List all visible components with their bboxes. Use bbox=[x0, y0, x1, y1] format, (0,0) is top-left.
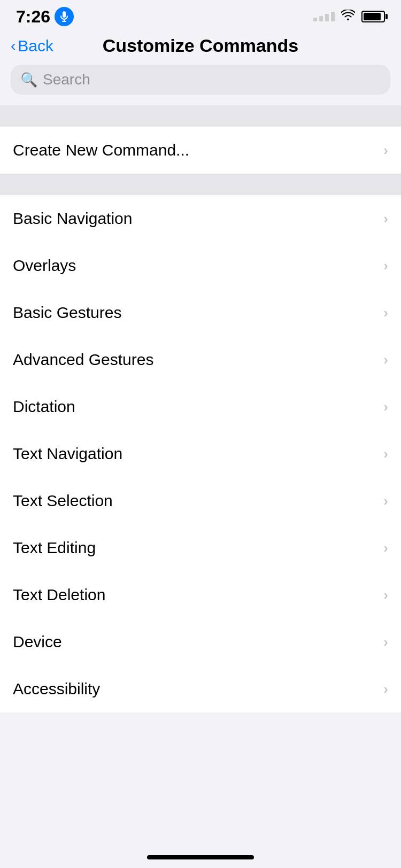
status-time: 7:26 bbox=[16, 7, 50, 27]
chevron-right-icon-basic-gestures: › bbox=[383, 305, 388, 321]
chevron-right-icon-text-deletion: › bbox=[383, 587, 388, 603]
menu-item-label-overlays: Overlays bbox=[13, 257, 76, 275]
chevron-right-icon-overlays: › bbox=[383, 258, 388, 274]
create-command-group: Create New Command... › bbox=[0, 127, 401, 174]
menu-item-label-text-deletion: Text Deletion bbox=[13, 586, 105, 604]
menu-item-dictation[interactable]: Dictation › bbox=[0, 383, 401, 430]
create-new-command-label: Create New Command... bbox=[13, 141, 189, 159]
menu-item-label-text-editing: Text Editing bbox=[13, 539, 96, 557]
signal-icon bbox=[313, 12, 335, 21]
menu-item-basic-navigation[interactable]: Basic Navigation › bbox=[0, 195, 401, 242]
menu-list: Basic Navigation › Overlays › Basic Gest… bbox=[0, 195, 401, 712]
menu-item-advanced-gestures[interactable]: Advanced Gestures › bbox=[0, 336, 401, 383]
search-container: 🔍 Search bbox=[0, 65, 401, 105]
status-bar: 7:26 bbox=[0, 0, 401, 30]
search-placeholder: Search bbox=[43, 71, 90, 88]
menu-item-label-text-selection: Text Selection bbox=[13, 492, 113, 510]
chevron-right-icon-text-editing: › bbox=[383, 540, 388, 556]
create-new-command-item[interactable]: Create New Command... › bbox=[0, 127, 401, 174]
back-button[interactable]: ‹ Back bbox=[11, 37, 53, 55]
home-indicator bbox=[147, 855, 254, 859]
nav-bar: ‹ Back Customize Commands bbox=[0, 30, 401, 65]
menu-item-text-navigation[interactable]: Text Navigation › bbox=[0, 430, 401, 477]
bottom-spacer bbox=[0, 712, 401, 761]
chevron-right-icon-advanced-gestures: › bbox=[383, 352, 388, 368]
back-chevron-icon: ‹ bbox=[11, 38, 16, 53]
page-title: Customize Commands bbox=[103, 35, 299, 56]
menu-item-accessibility[interactable]: Accessibility › bbox=[0, 665, 401, 712]
chevron-right-icon-accessibility: › bbox=[383, 681, 388, 698]
mic-icon bbox=[55, 7, 74, 26]
menu-item-label-basic-navigation: Basic Navigation bbox=[13, 210, 132, 228]
status-right bbox=[313, 10, 385, 24]
chevron-right-icon-device: › bbox=[383, 634, 388, 650]
chevron-right-icon-basic-navigation: › bbox=[383, 211, 388, 227]
svg-rect-0 bbox=[63, 11, 66, 18]
menu-item-label-device: Device bbox=[13, 633, 62, 651]
menu-item-label-accessibility: Accessibility bbox=[13, 680, 100, 698]
chevron-right-icon: › bbox=[383, 142, 388, 159]
chevron-right-icon-text-selection: › bbox=[383, 493, 388, 509]
status-time-group: 7:26 bbox=[16, 7, 74, 27]
menu-item-text-editing[interactable]: Text Editing › bbox=[0, 524, 401, 571]
menu-item-label-text-navigation: Text Navigation bbox=[13, 445, 122, 463]
back-label: Back bbox=[18, 37, 53, 55]
menu-item-label-advanced-gestures: Advanced Gestures bbox=[13, 351, 153, 369]
menu-item-overlays[interactable]: Overlays › bbox=[0, 242, 401, 289]
menu-item-label-basic-gestures: Basic Gestures bbox=[13, 304, 121, 322]
menu-item-text-deletion[interactable]: Text Deletion › bbox=[0, 571, 401, 618]
menu-item-device[interactable]: Device › bbox=[0, 618, 401, 665]
chevron-right-icon-text-navigation: › bbox=[383, 446, 388, 462]
search-icon: 🔍 bbox=[20, 72, 37, 88]
menu-item-basic-gestures[interactable]: Basic Gestures › bbox=[0, 289, 401, 336]
menu-item-text-selection[interactable]: Text Selection › bbox=[0, 477, 401, 524]
menu-item-label-dictation: Dictation bbox=[13, 398, 75, 416]
battery-icon bbox=[361, 11, 385, 22]
section-divider-1 bbox=[0, 105, 401, 127]
section-divider-2 bbox=[0, 174, 401, 195]
search-bar[interactable]: 🔍 Search bbox=[11, 65, 390, 95]
wifi-icon bbox=[341, 10, 355, 24]
chevron-right-icon-dictation: › bbox=[383, 399, 388, 415]
